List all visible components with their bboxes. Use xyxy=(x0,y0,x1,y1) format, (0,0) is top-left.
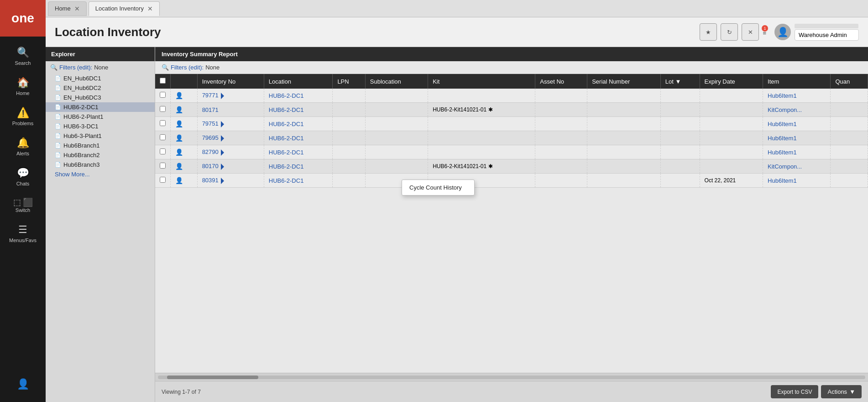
row-location[interactable]: HUB6-2-DC1 xyxy=(264,159,333,174)
item-link[interactable]: Hub6Item1 xyxy=(768,149,797,156)
row-action-icon[interactable]: 👤 xyxy=(175,120,183,127)
sidebar-item-menus[interactable]: ☰ Menus/Favs xyxy=(0,218,46,249)
location-link[interactable]: HUB6-2-DC1 xyxy=(269,163,304,170)
row-action-icon[interactable]: 👤 xyxy=(175,134,183,142)
row-checkbox-cell[interactable] xyxy=(155,145,171,159)
tree-item-hub6-2-dc1[interactable]: 📄 HUB6-2-DC1 xyxy=(46,102,155,112)
item-link[interactable]: Hub6Item1 xyxy=(768,121,797,127)
row-action-cell[interactable]: 👤 xyxy=(171,89,198,103)
inventory-no-link[interactable]: 80171 xyxy=(202,106,219,113)
inventory-no-link[interactable]: 80170 xyxy=(202,163,219,169)
item-link[interactable]: KitCompon... xyxy=(768,163,802,170)
row-checkbox[interactable] xyxy=(160,120,166,126)
row-checkbox-cell[interactable] xyxy=(155,131,171,145)
row-inventory-no[interactable]: 82790 xyxy=(197,145,264,159)
row-action-cell[interactable]: 👤 xyxy=(171,159,198,174)
row-checkbox[interactable] xyxy=(160,163,166,169)
sidebar-item-search[interactable]: 🔍 Search xyxy=(0,41,46,71)
item-link[interactable]: Hub6Item1 xyxy=(768,92,797,99)
col-inventory-no[interactable]: Inventory No xyxy=(197,74,264,89)
location-link[interactable]: HUB6-2-DC1 xyxy=(269,149,304,156)
item-link[interactable]: Hub6Item1 xyxy=(768,135,797,142)
row-inventory-no[interactable]: 80170 xyxy=(197,159,264,174)
row-item[interactable]: KitCompon... xyxy=(763,103,831,117)
row-checkbox[interactable] xyxy=(160,106,166,112)
tree-item-hub6-2-plant1[interactable]: 📄 HUB6-2-Plant1 xyxy=(46,112,155,122)
sidebar-item-profile[interactable]: 👤 xyxy=(17,373,29,397)
row-item[interactable]: Hub6Item1 xyxy=(763,117,831,131)
col-kit[interactable]: Kit xyxy=(428,74,535,89)
item-link[interactable]: KitCompon... xyxy=(768,106,802,113)
scroll-track[interactable] xyxy=(158,376,865,379)
row-action-cell[interactable]: 👤 xyxy=(171,103,198,117)
select-all-checkbox[interactable] xyxy=(160,78,166,84)
inventory-no-link[interactable]: 80391 xyxy=(202,177,219,184)
notification-button[interactable]: ≡ 1 xyxy=(763,27,766,37)
row-location[interactable]: HUB6-2-DC1 xyxy=(264,89,333,103)
row-action-cell[interactable]: 👤 xyxy=(171,145,198,159)
row-location[interactable]: HUB6-2-DC1 xyxy=(264,145,333,159)
tree-item-en-hub6dc1[interactable]: 📄 EN_Hub6DC1 xyxy=(46,74,155,83)
location-link[interactable]: HUB6-2-DC1 xyxy=(269,121,304,127)
context-menu-cycle-count-history[interactable]: Cycle Count History xyxy=(402,180,474,195)
tab-home-close[interactable]: ✕ xyxy=(74,5,80,12)
sidebar-item-alerts[interactable]: 🔔 Alerts xyxy=(0,132,46,162)
inventory-no-link[interactable]: 82790 xyxy=(202,148,219,155)
row-location[interactable]: HUB6-2-DC1 xyxy=(264,131,333,145)
refresh-button[interactable]: ↻ xyxy=(721,23,738,41)
row-action-icon[interactable]: 👤 xyxy=(175,177,183,184)
row-action-icon[interactable]: 👤 xyxy=(175,92,183,99)
tab-location-inventory[interactable]: Location Inventory ✕ xyxy=(89,1,160,16)
row-location[interactable]: HUB6-2-DC1 xyxy=(264,174,333,188)
row-checkbox[interactable] xyxy=(160,177,166,183)
row-action-icon[interactable]: 👤 xyxy=(175,148,183,156)
row-item[interactable]: Hub6Item1 xyxy=(763,89,831,103)
tree-item-hub6branch3[interactable]: 📄 Hub6Branch3 xyxy=(46,160,155,169)
row-checkbox-cell[interactable] xyxy=(155,117,171,131)
user-role-select[interactable]: Warehouse Admin xyxy=(795,29,859,41)
tree-item-hub6branch2[interactable]: 📄 Hub6Branch2 xyxy=(46,150,155,160)
scroll-thumb[interactable] xyxy=(167,376,258,379)
user-avatar[interactable]: 👤 xyxy=(774,24,791,40)
location-link[interactable]: HUB6-2-DC1 xyxy=(269,92,304,99)
sidebar-item-switch[interactable]: ⬚ ⬛ Switch xyxy=(0,192,46,218)
row-item[interactable]: Hub6Item1 xyxy=(763,145,831,159)
horizontal-scroll-area[interactable] xyxy=(155,373,868,381)
sidebar-item-home[interactable]: 🏠 Home xyxy=(0,71,46,101)
row-checkbox-cell[interactable] xyxy=(155,103,171,117)
tree-item-hub6-3-plant1[interactable]: 📄 Hub6-3-Plant1 xyxy=(46,131,155,141)
inventory-no-link[interactable]: 79771 xyxy=(202,92,219,99)
row-action-icon[interactable]: 👤 xyxy=(175,106,183,113)
app-logo[interactable]: one xyxy=(0,0,46,37)
col-sublocation[interactable]: Sublocation xyxy=(365,74,428,89)
row-checkbox-cell[interactable] xyxy=(155,159,171,174)
export-csv-button[interactable]: Export to CSV xyxy=(771,385,818,398)
close-button[interactable]: ✕ xyxy=(742,23,759,41)
actions-button[interactable]: Actions ▼ xyxy=(821,385,862,398)
col-lpn[interactable]: LPN xyxy=(333,74,365,89)
row-location[interactable]: HUB6-2-DC1 xyxy=(264,103,333,117)
row-action-cell[interactable]: 👤 xyxy=(171,174,198,188)
tree-item-hub6-3-dc1[interactable]: 📄 HUB6-3-DC1 xyxy=(46,122,155,131)
row-location[interactable]: HUB6-2-DC1 xyxy=(264,117,333,131)
col-serial-number[interactable]: Serial Number xyxy=(587,74,661,89)
tab-location-inventory-close[interactable]: ✕ xyxy=(147,5,153,12)
row-inventory-no[interactable]: 79771 xyxy=(197,89,264,103)
row-checkbox[interactable] xyxy=(160,92,166,98)
row-checkbox-cell[interactable] xyxy=(155,89,171,103)
row-inventory-no[interactable]: 80391 xyxy=(197,174,264,188)
row-item[interactable]: KitCompon... xyxy=(763,159,831,174)
row-item[interactable]: Hub6Item1 xyxy=(763,131,831,145)
favorite-button[interactable]: ★ xyxy=(700,23,717,41)
inventory-no-link[interactable]: 79695 xyxy=(202,134,219,141)
sidebar-item-problems[interactable]: ⚠️ Problems xyxy=(0,101,46,132)
location-link[interactable]: HUB6-2-DC1 xyxy=(269,135,304,142)
row-action-icon[interactable]: 👤 xyxy=(175,163,183,170)
row-inventory-no[interactable]: 79751 xyxy=(197,117,264,131)
col-lot[interactable]: Lot ▼ xyxy=(660,74,700,89)
inventory-no-link[interactable]: 79751 xyxy=(202,120,219,127)
row-inventory-no[interactable]: 79695 xyxy=(197,131,264,145)
col-asset-no[interactable]: Asset No xyxy=(535,74,587,89)
item-link[interactable]: Hub6Item1 xyxy=(768,177,797,184)
col-expiry-date[interactable]: Expiry Date xyxy=(700,74,763,89)
